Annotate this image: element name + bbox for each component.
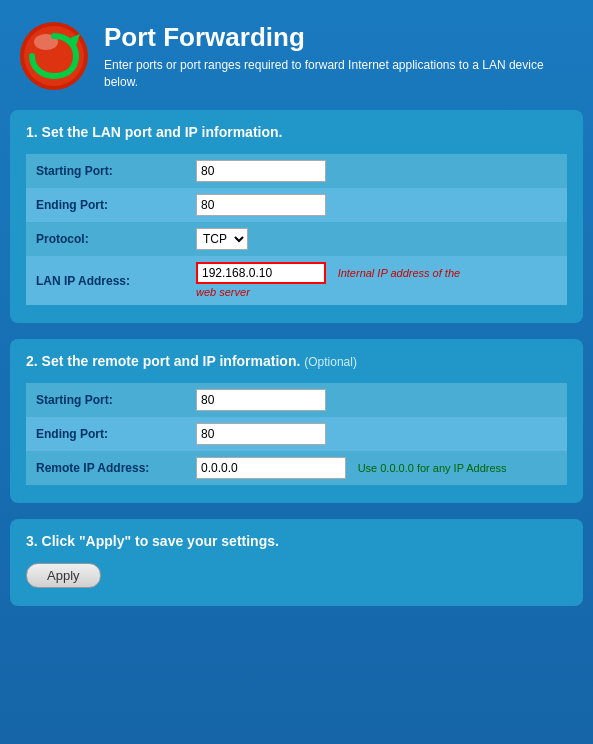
section2-form: Starting Port: Ending Port: Remote IP Ad… <box>26 383 567 485</box>
section-lan: 1. Set the LAN port and IP information. … <box>10 110 583 323</box>
table-row: Protocol: TCP UDP Both <box>26 222 567 256</box>
remote-ip-label: Remote IP Address: <box>26 451 186 485</box>
section1-form: Starting Port: Ending Port: Protocol: TC… <box>26 154 567 305</box>
section2-title-text: 2. Set the remote port and IP informatio… <box>26 353 300 369</box>
section-remote: 2. Set the remote port and IP informatio… <box>10 339 583 503</box>
lan-start-port-input[interactable] <box>196 160 326 182</box>
header-text-container: Port Forwarding Enter ports or port rang… <box>104 22 575 91</box>
remote-start-port-label: Starting Port: <box>26 383 186 417</box>
page-header: Port Forwarding Enter ports or port rang… <box>10 10 583 110</box>
section-apply: 3. Click "Apply" to save your settings. … <box>10 519 583 606</box>
table-row: LAN IP Address: Internal IP address of t… <box>26 256 567 305</box>
remote-start-port-cell <box>186 383 567 417</box>
lan-start-port-cell <box>186 154 567 188</box>
lan-ip-label: LAN IP Address: <box>26 256 186 305</box>
table-row: Starting Port: <box>26 154 567 188</box>
page-description: Enter ports or port ranges required to f… <box>104 57 575 91</box>
table-row: Remote IP Address: Use 0.0.0.0 for any I… <box>26 451 567 485</box>
lan-ip-input[interactable] <box>196 262 326 284</box>
lan-protocol-cell: TCP UDP Both <box>186 222 567 256</box>
section2-optional: (Optional) <box>304 355 357 369</box>
remote-ip-hint: Use 0.0.0.0 for any IP Address <box>358 462 507 474</box>
lan-start-port-label: Starting Port: <box>26 154 186 188</box>
lan-end-port-label: Ending Port: <box>26 188 186 222</box>
app-logo <box>18 20 90 92</box>
apply-button[interactable]: Apply <box>26 563 101 588</box>
section1-title: 1. Set the LAN port and IP information. <box>26 124 567 140</box>
remote-end-port-cell <box>186 417 567 451</box>
remote-ip-cell: Use 0.0.0.0 for any IP Address <box>186 451 567 485</box>
section2-title: 2. Set the remote port and IP informatio… <box>26 353 567 369</box>
lan-end-port-cell <box>186 188 567 222</box>
table-row: Starting Port: <box>26 383 567 417</box>
remote-start-port-input[interactable] <box>196 389 326 411</box>
table-row: Ending Port: <box>26 417 567 451</box>
table-row: Ending Port: <box>26 188 567 222</box>
protocol-select[interactable]: TCP UDP Both <box>196 228 248 250</box>
lan-end-port-input[interactable] <box>196 194 326 216</box>
remote-end-port-input[interactable] <box>196 423 326 445</box>
page-title: Port Forwarding <box>104 22 575 53</box>
lan-protocol-label: Protocol: <box>26 222 186 256</box>
remote-end-port-label: Ending Port: <box>26 417 186 451</box>
lan-ip-cell: Internal IP address of theweb server <box>186 256 567 305</box>
section3-title: 3. Click "Apply" to save your settings. <box>26 533 567 549</box>
remote-ip-input[interactable] <box>196 457 346 479</box>
